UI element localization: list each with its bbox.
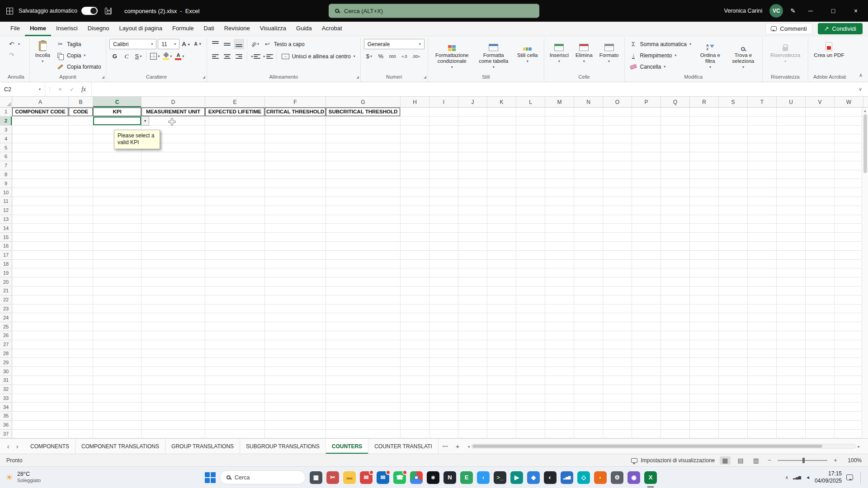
cell-K22[interactable]: [487, 296, 516, 305]
cell-H28[interactable]: [401, 349, 429, 358]
row-header-8[interactable]: 8: [0, 170, 12, 179]
cell-W29[interactable]: [835, 358, 863, 367]
cell-U22[interactable]: [777, 296, 806, 305]
column-header-H[interactable]: H: [401, 97, 429, 107]
cell-E19[interactable]: [205, 268, 265, 277]
cell-C11[interactable]: [93, 197, 142, 206]
fill-button[interactable]: ↓ Riempimento ▾: [628, 50, 693, 61]
cell-I3[interactable]: [429, 126, 458, 135]
cell-E20[interactable]: [205, 277, 265, 286]
cell-V15[interactable]: [806, 233, 835, 242]
cell-Q27[interactable]: [661, 340, 690, 349]
cell-A20[interactable]: [12, 277, 69, 286]
cell-I35[interactable]: [429, 412, 458, 421]
cell-P11[interactable]: [632, 197, 661, 206]
display-settings-button[interactable]: Impostazioni di visualizzazione: [631, 457, 715, 464]
cell-W11[interactable]: [835, 197, 863, 206]
cell-M10[interactable]: [545, 188, 574, 197]
cell-W15[interactable]: [835, 233, 863, 242]
cell-L30[interactable]: [516, 367, 545, 376]
cell-F23[interactable]: [265, 305, 326, 314]
cell-M7[interactable]: [545, 161, 574, 170]
cell-W35[interactable]: [835, 412, 863, 421]
cell-U3[interactable]: [777, 126, 806, 135]
cell-P13[interactable]: [632, 215, 661, 224]
cell-B23[interactable]: [69, 305, 93, 314]
cell-K2[interactable]: [487, 117, 516, 126]
cell-E18[interactable]: [205, 260, 265, 269]
cell-O4[interactable]: [603, 134, 632, 143]
cell-H4[interactable]: [401, 134, 429, 143]
show-desktop-button[interactable]: [860, 472, 863, 483]
cell-P5[interactable]: [632, 143, 661, 152]
find-select-button[interactable]: Trova e seleziona ▾: [727, 39, 759, 70]
cell-J24[interactable]: [458, 313, 487, 322]
number-format-select[interactable]: Generale ▾: [364, 39, 425, 49]
merge-center-button[interactable]: ↔ Unisci e allinea al centro ▾: [280, 51, 357, 61]
cell-K11[interactable]: [487, 197, 516, 206]
notification-center-icon[interactable]: [846, 474, 853, 480]
cell-J17[interactable]: [458, 251, 487, 260]
cell-G16[interactable]: [326, 242, 401, 251]
cell-W27[interactable]: [835, 340, 863, 349]
cell-I33[interactable]: [429, 394, 458, 403]
cell-T11[interactable]: [748, 197, 777, 206]
cell-M2[interactable]: [545, 117, 574, 126]
start-button[interactable]: [204, 472, 216, 483]
cell-J6[interactable]: [458, 152, 487, 161]
cell-R9[interactable]: [690, 179, 719, 188]
cell-Q37[interactable]: [661, 430, 690, 438]
cell-V23[interactable]: [806, 305, 835, 314]
align-bottom-button[interactable]: [234, 39, 244, 49]
cell-A6[interactable]: [12, 152, 69, 161]
cell-E28[interactable]: [205, 349, 265, 358]
cell-P6[interactable]: [632, 152, 661, 161]
cell-A16[interactable]: [12, 242, 69, 251]
cell-S4[interactable]: [719, 134, 748, 143]
cell-I6[interactable]: [429, 152, 458, 161]
cell-O11[interactable]: [603, 197, 632, 206]
menu-tab-revisione[interactable]: Revisione: [219, 22, 255, 36]
cell-O31[interactable]: [603, 376, 632, 385]
cell-L4[interactable]: [516, 134, 545, 143]
cell-G20[interactable]: [326, 277, 401, 286]
cell-N4[interactable]: [574, 134, 603, 143]
cell-L34[interactable]: [516, 403, 545, 412]
cell-Q25[interactable]: [661, 322, 690, 331]
cell-R29[interactable]: [690, 358, 719, 367]
cell-O17[interactable]: [603, 251, 632, 260]
cell-C1[interactable]: KPI: [93, 108, 142, 117]
cell-W37[interactable]: [835, 430, 863, 438]
cell-F21[interactable]: [265, 286, 326, 296]
cell-A22[interactable]: [12, 296, 69, 305]
cell-Q1[interactable]: [661, 108, 690, 117]
cell-J20[interactable]: [458, 277, 487, 286]
cell-B37[interactable]: [69, 430, 93, 438]
titlebar-search[interactable]: Cerca (ALT+X): [329, 4, 539, 18]
cell-E37[interactable]: [205, 430, 265, 438]
column-header-B[interactable]: B: [69, 97, 93, 107]
cell-P34[interactable]: [632, 403, 661, 412]
cell-A14[interactable]: [12, 224, 69, 233]
cell-V9[interactable]: [806, 179, 835, 188]
cell-R30[interactable]: [690, 367, 719, 376]
cell-A35[interactable]: [12, 412, 69, 421]
cell-P33[interactable]: [632, 394, 661, 403]
cell-S36[interactable]: [719, 421, 748, 430]
cell-T34[interactable]: [748, 403, 777, 412]
cell-V35[interactable]: [806, 412, 835, 421]
row-header-13[interactable]: 13: [0, 215, 12, 224]
scroll-up-icon[interactable]: ▲: [863, 109, 867, 113]
cell-G31[interactable]: [326, 376, 401, 385]
cell-U11[interactable]: [777, 197, 806, 206]
cell-R22[interactable]: [690, 296, 719, 305]
cell-W7[interactable]: [835, 161, 863, 170]
sheet-tab-components[interactable]: COMPONENTS: [24, 439, 75, 454]
column-header-P[interactable]: P: [632, 97, 661, 107]
cell-W18[interactable]: [835, 260, 863, 269]
cell-D12[interactable]: [142, 206, 205, 215]
cell-W3[interactable]: [835, 126, 863, 135]
cell-W34[interactable]: [835, 403, 863, 412]
cell-C37[interactable]: [93, 430, 142, 438]
cell-G8[interactable]: [326, 170, 401, 179]
